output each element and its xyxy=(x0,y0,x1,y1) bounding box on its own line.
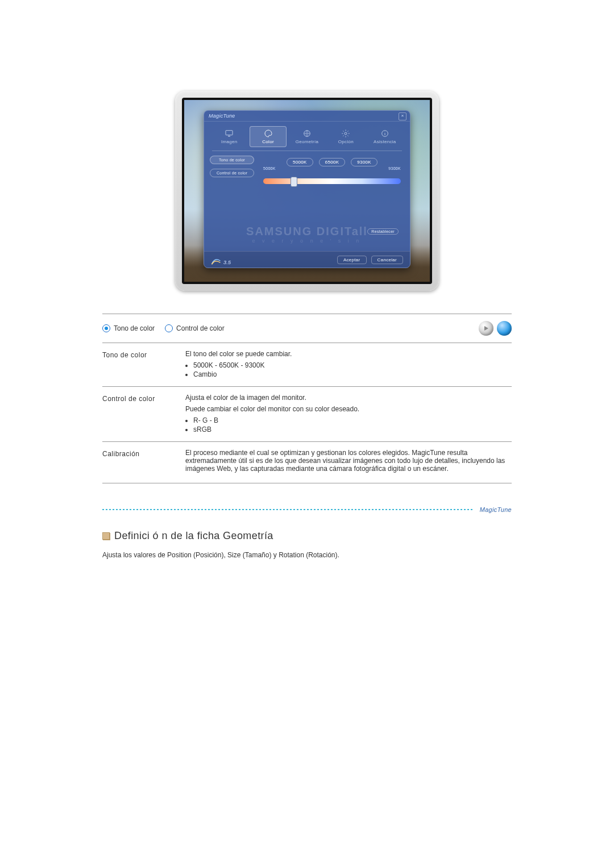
side-btn-tono[interactable]: Tono de color xyxy=(210,156,254,164)
temp-6500k[interactable]: 6500K xyxy=(319,158,346,166)
cancel-button[interactable]: Cancelar xyxy=(371,256,403,264)
color-temp-slider[interactable] xyxy=(263,178,401,184)
osd-tabs: Imagen Color Geometría Opción xyxy=(204,122,410,149)
temp-9300k[interactable]: 9300K xyxy=(351,158,377,166)
tab-asistencia[interactable]: Asistencia xyxy=(367,126,403,147)
palette-icon xyxy=(263,129,274,138)
side-btn-control[interactable]: Control de color xyxy=(210,169,254,177)
tab-imagen[interactable]: Imagen xyxy=(211,126,247,147)
close-icon[interactable]: × xyxy=(399,112,406,120)
tab-geometria[interactable]: Geometría xyxy=(289,126,325,147)
nav-prev-button[interactable] xyxy=(479,321,493,336)
play-icon xyxy=(483,326,489,331)
reset-button[interactable]: Restablecer xyxy=(367,228,399,235)
row-control-item2: sRGB xyxy=(193,425,512,433)
osd-title: MagicTune xyxy=(209,113,235,119)
square-bullet-icon xyxy=(102,532,110,540)
geometry-desc: Ajusta los valores de Position (Posición… xyxy=(102,551,512,559)
row-tono-desc: El tono del color se puede cambiar. xyxy=(185,350,512,358)
magictune-label: MagicTune xyxy=(480,506,512,513)
row-calib-desc: El proceso mediante el cual se optimizan… xyxy=(185,449,512,473)
monitor-frame: MagicTune × Imagen Color Geometría xyxy=(175,91,439,291)
svg-point-3 xyxy=(345,132,347,135)
tab-color[interactable]: Color xyxy=(250,126,286,147)
radio-control-label: Control de color xyxy=(176,324,225,332)
row-control-d1: Ajusta el color de la imagen del monitor… xyxy=(185,394,512,402)
monitor-screen: MagicTune × Imagen Color Geometría xyxy=(182,98,432,284)
scale-left: 5000K xyxy=(263,166,276,170)
row-control-label: Control de color xyxy=(102,394,175,435)
radio-tono-label: Tono de color xyxy=(114,324,155,332)
temp-5000k[interactable]: 5000K xyxy=(287,158,313,166)
osd-window: MagicTune × Imagen Color Geometría xyxy=(204,110,410,268)
nav-next-button[interactable] xyxy=(497,321,512,336)
monitor-icon xyxy=(223,129,235,138)
row-control-d2: Puede cambiar el color del monitor con s… xyxy=(185,405,512,413)
svg-rect-1 xyxy=(228,136,230,136)
section-divider: MagicTune xyxy=(102,506,512,513)
svg-rect-0 xyxy=(226,131,233,135)
radio-row: Tono de color Control de color xyxy=(102,314,512,343)
geometry-heading: Definici ó n de la ficha Geometría xyxy=(102,530,512,542)
row-control-item1: R- G - B xyxy=(193,416,512,424)
row-calib-label: Calibración xyxy=(102,449,175,476)
gear-icon xyxy=(340,129,351,138)
globe-icon xyxy=(301,129,313,138)
row-tono-item1: 5000K - 6500K - 9300K xyxy=(193,361,512,369)
swoosh-icon xyxy=(211,257,221,265)
row-tono-label: Tono de color xyxy=(102,350,175,379)
tab-opcion[interactable]: Opción xyxy=(327,126,364,147)
ok-button[interactable]: Aceptar xyxy=(337,256,367,264)
row-tono-item2: Cambio xyxy=(193,370,512,378)
radio-tono[interactable] xyxy=(102,324,110,332)
magictune-logo: 3.5 xyxy=(211,257,231,265)
info-icon xyxy=(379,129,391,138)
geometry-title: Definici ó n de la ficha Geometría xyxy=(114,530,273,542)
scale-right: 9300K xyxy=(388,166,401,170)
radio-control[interactable] xyxy=(165,324,173,332)
